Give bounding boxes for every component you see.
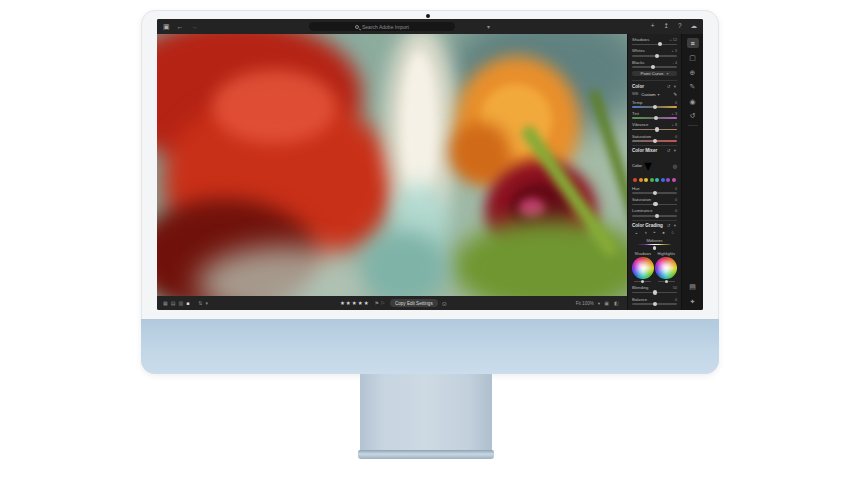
mixer-mode-row[interactable]: Color ▾ ◎: [632, 156, 677, 175]
reset-icon[interactable]: ↺: [667, 148, 672, 153]
versions-history-icon[interactable]: ↺: [687, 111, 699, 121]
grading-mode-3way-icon[interactable]: ◒: [635, 231, 638, 236]
zoom-chevron-icon[interactable]: ▾: [598, 301, 600, 306]
photos-grid-icon[interactable]: ▣: [163, 23, 170, 30]
filter-icon[interactable]: ▾: [487, 23, 490, 30]
edit-tool-icon[interactable]: ≡: [687, 38, 699, 48]
slider-thumb[interactable]: [653, 290, 657, 294]
slider-luminance[interactable]: Luminance0: [632, 208, 677, 216]
back-icon[interactable]: ←: [177, 23, 184, 30]
color-dot-green[interactable]: [650, 178, 654, 182]
help-icon[interactable]: ?: [678, 23, 682, 30]
detail-view-icon[interactable]: ▤: [171, 301, 176, 306]
white-balance-row[interactable]: WB: Custom ▾ ✎: [632, 92, 677, 97]
single-view-icon[interactable]: ■: [186, 301, 189, 306]
slider-vibrance[interactable]: Vibrance+ 8: [632, 122, 677, 130]
slider-blacks[interactable]: Blacks- 4: [632, 60, 677, 68]
target-adjust-icon[interactable]: ◎: [673, 163, 677, 169]
slider-thumb[interactable]: [641, 280, 644, 283]
color-dot-teal[interactable]: [655, 178, 659, 182]
color-dot-blue[interactable]: [661, 178, 665, 182]
reset-icon[interactable]: ↺: [667, 84, 672, 89]
section-header-icons[interactable]: ↺ ▾: [667, 148, 677, 153]
grading-mode-midtones-icon[interactable]: ◓: [653, 231, 656, 236]
info-panel-icon[interactable]: ▤: [687, 282, 699, 292]
wb-chevron-icon[interactable]: ▾: [658, 92, 660, 97]
color-dot-red[interactable]: [633, 178, 637, 182]
highlights-luminance-slider[interactable]: [658, 281, 675, 282]
color-dot-yellow[interactable]: [644, 178, 648, 182]
eyedropper-icon[interactable]: ✎: [673, 92, 677, 97]
collapse-chevron-icon[interactable]: ▾: [674, 84, 677, 89]
crop-tool-icon[interactable]: ▢: [687, 53, 699, 63]
reject-flag-icon[interactable]: ⚐: [380, 300, 384, 306]
presets-icon[interactable]: ✦: [687, 296, 699, 306]
search-input[interactable]: Search Adobe Import: [309, 22, 455, 31]
slider-thumb[interactable]: [651, 65, 655, 69]
masking-brush-icon[interactable]: ✎: [687, 82, 699, 92]
section-header-icons[interactable]: ↺ ▾: [667, 223, 677, 228]
photo-canvas[interactable]: [157, 34, 627, 296]
mixer-mode-value[interactable]: Color: [632, 163, 642, 168]
view-toggle-icons[interactable]: ▣ ◧: [604, 300, 621, 306]
slider-thumb[interactable]: [653, 302, 657, 306]
color-grading-header[interactable]: Color Grading ↺ ▾: [632, 220, 677, 228]
cloud-sync-icon[interactable]: ☁: [691, 23, 698, 30]
collapse-chevron-icon[interactable]: ▾: [674, 148, 677, 153]
slider-thumb[interactable]: [653, 139, 657, 143]
sort-chevron-icon[interactable]: ▾: [205, 301, 208, 306]
shadows-color-wheel[interactable]: [632, 257, 654, 279]
copy-edit-settings-button[interactable]: Copy Edit Settings: [390, 299, 438, 307]
mixer-mode-chevron-icon[interactable]: ▾: [644, 156, 652, 175]
grid-view-icon[interactable]: ▦: [163, 301, 168, 306]
midtones-color-wheel[interactable]: [638, 244, 671, 245]
pick-flag-icon[interactable]: ⚑: [375, 300, 379, 306]
slider-thumb[interactable]: [653, 191, 657, 195]
slider-thumb[interactable]: [655, 54, 659, 58]
slider-thumb[interactable]: [655, 127, 659, 131]
grading-mode-global-icon[interactable]: ○: [671, 231, 674, 236]
grading-mode-shadows-icon[interactable]: ◑: [644, 231, 647, 236]
share-icon[interactable]: ↥: [663, 23, 668, 30]
reset-icon[interactable]: ↺: [667, 223, 672, 228]
shadows-label: Shadows: [632, 251, 654, 256]
color-dot-orange[interactable]: [639, 178, 643, 182]
slider-balance[interactable]: Balance0: [632, 297, 677, 305]
forward-icon[interactable]: →: [191, 23, 198, 30]
slider-temp[interactable]: Temp0: [632, 100, 677, 108]
slider-thumb[interactable]: [665, 280, 668, 283]
highlights-color-wheel[interactable]: [655, 257, 677, 279]
point-curve-button[interactable]: Point Curve ▾: [632, 71, 677, 76]
slider-thumb[interactable]: [653, 246, 656, 249]
compare-view-icon[interactable]: ▥: [178, 301, 183, 306]
color-section-header[interactable]: Color ↺ ▾: [632, 80, 677, 88]
grading-mode-highlights-icon[interactable]: ●: [662, 231, 665, 236]
slider-shadows[interactable]: Shadows+ 12: [632, 37, 677, 45]
slider-thumb[interactable]: [653, 105, 657, 109]
slider-whites[interactable]: Whites+ 5: [632, 48, 677, 56]
healing-tool-icon[interactable]: ⊕: [687, 67, 699, 77]
more-options-icon[interactable]: ⊙: [442, 300, 447, 307]
slider-mixer-saturation[interactable]: Saturation0: [632, 197, 677, 205]
slider-hue[interactable]: Hue0: [632, 186, 677, 194]
color-dot-magenta[interactable]: [672, 178, 676, 182]
wb-value[interactable]: Custom: [641, 92, 655, 97]
zoom-level[interactable]: Fit 100%: [576, 301, 594, 306]
sort-icon[interactable]: ⇅: [198, 301, 202, 306]
slider-thumb[interactable]: [653, 202, 657, 206]
slider-tint[interactable]: Tint+ 3: [632, 111, 677, 119]
flag-icons[interactable]: ⚑ ⚐: [375, 300, 385, 306]
section-header-icons[interactable]: ↺ ▾: [667, 84, 677, 89]
slider-thumb[interactable]: [654, 116, 658, 120]
color-dot-purple[interactable]: [666, 178, 670, 182]
slider-thumb[interactable]: [655, 214, 659, 218]
shadows-luminance-slider[interactable]: [634, 281, 651, 282]
star-rating[interactable]: ★★★★★: [340, 300, 370, 306]
lens-blur-icon[interactable]: ◉: [687, 96, 699, 106]
slider-saturation[interactable]: Saturation0: [632, 134, 677, 142]
add-photos-icon[interactable]: +: [651, 23, 655, 30]
slider-thumb[interactable]: [658, 42, 662, 46]
collapse-chevron-icon[interactable]: ▾: [674, 223, 677, 228]
slider-blending[interactable]: Blending50: [632, 285, 677, 293]
color-mixer-header[interactable]: Color Mixer ↺ ▾: [632, 145, 677, 153]
